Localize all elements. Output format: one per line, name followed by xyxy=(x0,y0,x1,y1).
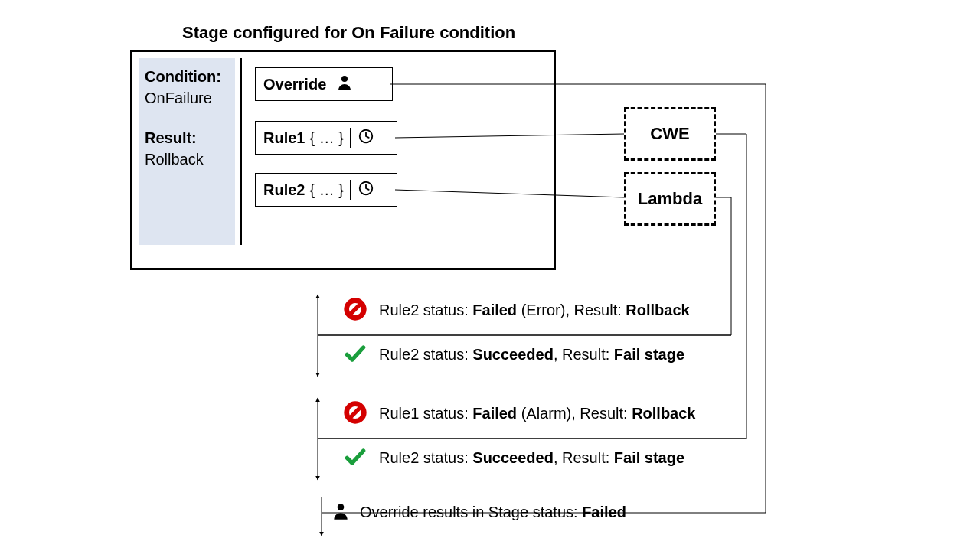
rule2-failed-status: Rule2 status: Failed (Error), Result: Ro… xyxy=(379,302,690,319)
person-icon xyxy=(331,501,351,525)
override-box: Override xyxy=(255,67,393,101)
result-value: Rollback xyxy=(145,148,229,170)
cwe-box: CWE xyxy=(624,107,716,161)
rule2-box: Rule2 { … } xyxy=(255,173,397,207)
condition-panel: Condition: OnFailure Result: Rollback xyxy=(139,58,235,245)
rule1-failed-status: Rule1 status: Failed (Alarm), Result: Ro… xyxy=(379,405,695,422)
rule1-succeeded-status: Rule2 status: Succeeded, Result: Fail st… xyxy=(379,449,684,467)
check-icon xyxy=(343,445,368,473)
svg-point-0 xyxy=(341,76,348,82)
person-icon xyxy=(335,73,354,96)
result-label: Result: xyxy=(145,129,197,146)
rule2-body: { … } xyxy=(309,181,343,199)
clock-icon xyxy=(358,180,374,201)
rule1-label: Rule1 xyxy=(263,129,305,147)
rule2-succeeded-status: Rule2 status: Succeeded, Result: Fail st… xyxy=(379,346,684,364)
condition-label: Condition: xyxy=(145,68,221,85)
condition-value: OnFailure xyxy=(145,87,229,109)
check-icon xyxy=(343,341,368,370)
rule2-label: Rule2 xyxy=(263,181,305,199)
prohibit-icon xyxy=(343,297,368,325)
clock-icon xyxy=(358,128,374,148)
diagram-title: Stage configured for On Failure conditio… xyxy=(182,23,515,43)
stage-box: Condition: OnFailure Result: Rollback Ov… xyxy=(130,50,556,270)
rule1-box: Rule1 { … } xyxy=(255,121,397,155)
panel-divider xyxy=(240,58,242,245)
prohibit-icon xyxy=(343,400,368,429)
rule1-body: { … } xyxy=(309,129,343,147)
override-label: Override xyxy=(263,76,326,93)
svg-point-23 xyxy=(338,504,345,510)
lambda-box: Lambda xyxy=(624,172,716,226)
override-result-status: Override results in Stage status: Failed xyxy=(360,504,626,521)
